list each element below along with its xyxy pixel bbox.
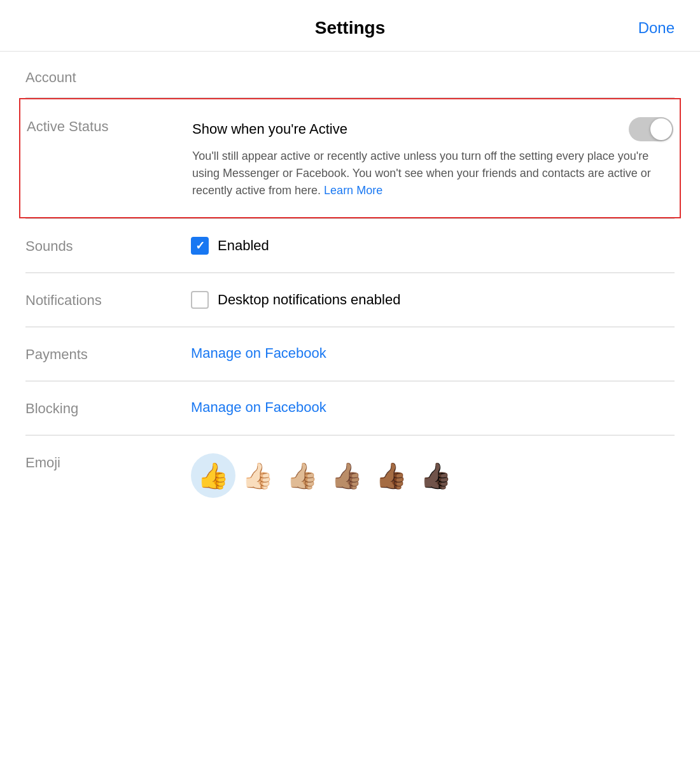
emoji-item-1[interactable]: 👍🏻 (235, 453, 280, 498)
payments-label: Payments (25, 345, 153, 363)
payments-content: Manage on Facebook (191, 345, 675, 362)
notifications-row: Notifications Desktop notifications enab… (25, 273, 675, 327)
sounds-checkbox[interactable] (191, 237, 209, 255)
payments-row: Payments Manage on Facebook (25, 327, 675, 381)
payments-manage-link[interactable]: Manage on Facebook (191, 345, 675, 362)
account-section-label: Account (25, 52, 675, 97)
active-status-top: Show when you're Active (192, 117, 673, 141)
done-button[interactable]: Done (638, 19, 675, 37)
learn-more-link[interactable]: Learn More (324, 184, 382, 197)
toggle-knob (650, 118, 672, 140)
emoji-item-0[interactable]: 👍 (191, 453, 235, 498)
emoji-item-5[interactable]: 👍🏿 (414, 453, 458, 498)
emoji-content: 👍 👍🏻 👍🏼 👍🏽 👍🏾 👍🏿 (191, 453, 675, 498)
page-title: Settings (315, 18, 385, 38)
blocking-label: Blocking (25, 399, 153, 417)
sounds-row: Sounds Enabled (25, 219, 675, 272)
active-status-description: You'll still appear active or recently a… (192, 148, 673, 199)
content-area: Account Active Status Show when you're A… (0, 52, 700, 778)
emoji-item-4[interactable]: 👍🏾 (369, 453, 414, 498)
notifications-label: Notifications (25, 291, 153, 309)
notifications-checkbox-label: Desktop notifications enabled (218, 292, 400, 308)
notifications-checkbox[interactable] (191, 291, 209, 309)
active-status-row: Active Status Show when you're Active Yo… (19, 98, 681, 218)
emoji-selector: 👍 👍🏻 👍🏼 👍🏽 👍🏾 👍🏿 (191, 453, 675, 498)
active-status-toggle[interactable] (629, 117, 673, 141)
active-status-label: Active Status (27, 117, 154, 135)
emoji-item-2[interactable]: 👍🏼 (280, 453, 325, 498)
blocking-manage-link[interactable]: Manage on Facebook (191, 399, 675, 416)
header: Settings Done (0, 0, 700, 52)
active-status-description-text: You'll still appear active or recently a… (192, 150, 651, 197)
emoji-item-3[interactable]: 👍🏽 (325, 453, 369, 498)
sounds-content: Enabled (191, 237, 675, 255)
notifications-content: Desktop notifications enabled (191, 291, 675, 309)
sounds-checkbox-label: Enabled (218, 237, 269, 254)
blocking-content: Manage on Facebook (191, 399, 675, 416)
sounds-checkbox-row: Enabled (191, 237, 675, 255)
settings-page: Settings Done Account Active Status Show… (0, 0, 700, 778)
show-when-active-title: Show when you're Active (192, 121, 347, 138)
active-status-content: Show when you're Active You'll still app… (192, 117, 673, 199)
sounds-label: Sounds (25, 237, 153, 255)
blocking-row: Blocking Manage on Facebook (25, 381, 675, 435)
notifications-checkbox-row: Desktop notifications enabled (191, 291, 675, 309)
emoji-row: Emoji 👍 👍🏻 👍🏼 👍🏽 👍🏾 👍🏿 (25, 435, 675, 516)
emoji-label: Emoji (25, 453, 153, 471)
